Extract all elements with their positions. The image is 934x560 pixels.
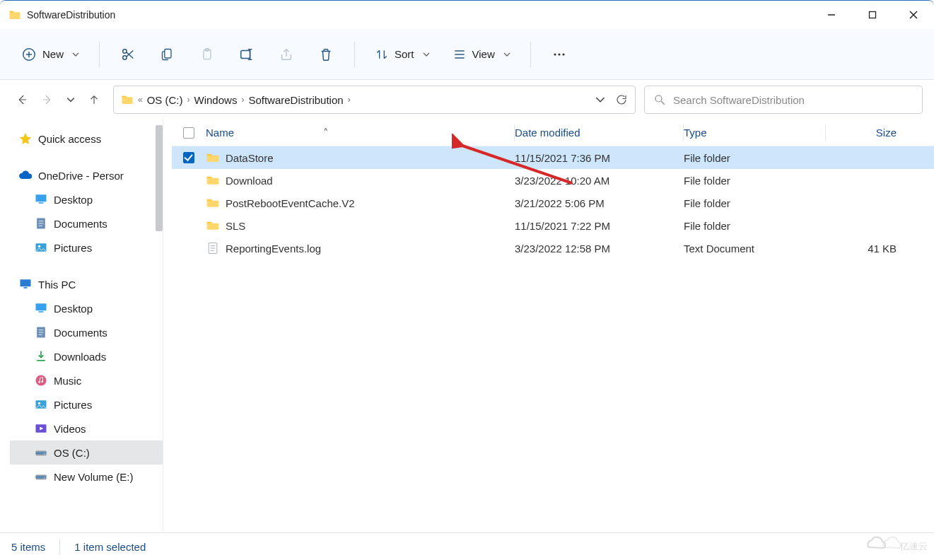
scrollbar-thumb[interactable] [156, 125, 163, 231]
watermark: 亿速云 [866, 535, 930, 556]
breadcrumb-item[interactable]: Windows [194, 94, 238, 106]
svg-line-27 [661, 101, 665, 105]
sidebar-item-downloads[interactable]: Downloads [10, 344, 163, 368]
sidebar-scrollbar[interactable] [153, 122, 163, 535]
maximize-button[interactable] [852, 1, 893, 29]
file-name: SLS [226, 220, 245, 232]
column-header-date[interactable]: Date modified [515, 127, 683, 139]
file-type: File folder [684, 197, 825, 209]
file-date: 3/23/2022 12:58 PM [515, 243, 683, 255]
more-button[interactable] [544, 39, 575, 70]
delete-button[interactable] [310, 39, 342, 70]
window-controls [811, 1, 934, 29]
list-icon [453, 47, 467, 62]
svg-rect-1 [870, 12, 876, 18]
table-row[interactable]: Download3/23/2022 10:20 AMFile folder [172, 169, 934, 192]
svg-point-56 [44, 477, 45, 479]
copy-button[interactable] [152, 39, 183, 70]
up-button[interactable] [88, 93, 100, 106]
row-checkbox[interactable] [183, 152, 194, 163]
minimize-button[interactable] [811, 1, 852, 29]
chevron-down-icon [72, 51, 79, 58]
new-label: New [42, 48, 64, 60]
share-button[interactable] [271, 39, 302, 70]
svg-point-46 [38, 381, 40, 383]
breadcrumb-item[interactable]: SoftwareDistribution [248, 94, 343, 106]
search-input[interactable] [673, 94, 913, 106]
rename-button[interactable] [231, 39, 262, 70]
recent-locations-button[interactable] [66, 93, 75, 106]
address-bar[interactable]: « OS (C:) › Windows › SoftwareDistributi… [113, 86, 636, 114]
trash-icon [318, 47, 334, 62]
svg-rect-28 [36, 194, 47, 202]
sidebar-item-desktop[interactable]: Desktop [10, 187, 163, 211]
search-box[interactable] [644, 86, 923, 114]
sidebar-item-label: Documents [54, 327, 107, 339]
folder-icon [121, 93, 134, 106]
toolbar: New [0, 29, 934, 80]
status-selected-count: 1 item selected [74, 541, 146, 553]
svg-point-53 [44, 453, 45, 455]
close-button[interactable] [893, 1, 934, 29]
table-row[interactable]: DataStore11/15/2021 7:36 PMFile folder [172, 146, 934, 169]
address-dropdown-button[interactable] [595, 95, 605, 105]
sidebar-item-music[interactable]: Music [10, 368, 163, 392]
sidebar-item-desktop[interactable]: Desktop [10, 296, 163, 320]
sidebar-item-label: Pictures [54, 242, 92, 254]
toolbar-separator [530, 42, 531, 67]
sidebar-item-new-volume-e-[interactable]: New Volume (E:) [10, 465, 163, 489]
chevron-right-icon: › [187, 95, 190, 105]
sidebar-item-onedrive[interactable]: OneDrive - Persor [10, 163, 163, 187]
sidebar-item-pictures[interactable]: Pictures [10, 392, 163, 416]
chevron-right-icon: › [241, 95, 244, 105]
svg-rect-14 [241, 50, 250, 58]
breadcrumb-item[interactable]: OS (C:) [147, 94, 183, 106]
svg-text:亿速云: 亿速云 [899, 541, 928, 552]
sidebar-item-documents[interactable]: Documents [10, 211, 163, 235]
new-button[interactable]: New [14, 39, 86, 70]
nav-row: « OS (C:) › Windows › SoftwareDistributi… [0, 80, 934, 119]
more-icon [551, 46, 568, 63]
column-header-size[interactable]: Size [826, 127, 911, 139]
file-list: Name ˄ Date modified Type Size DataStore… [163, 119, 934, 532]
sidebar-item-pictures[interactable]: Pictures [10, 235, 163, 259]
table-row[interactable]: ReportingEvents.log3/23/2022 12:58 PMTex… [172, 237, 934, 259]
svg-point-26 [655, 95, 662, 102]
titlebar: SoftwareDistribution [0, 1, 934, 29]
window-title: SoftwareDistribution [27, 9, 115, 21]
sidebar-item-label: Downloads [54, 351, 106, 363]
sidebar-item-this-pc[interactable]: This PC [10, 272, 163, 296]
refresh-button[interactable] [615, 93, 628, 106]
chevron-down-icon [503, 51, 510, 58]
table-row[interactable]: SLS11/15/2021 7:22 PMFile folder [172, 214, 934, 237]
sidebar-item-documents[interactable]: Documents [10, 320, 163, 344]
file-date: 11/15/2021 7:22 PM [515, 220, 683, 232]
column-header-name[interactable]: Name ˄ [206, 127, 514, 139]
sidebar-item-quick-access[interactable]: Quick access [10, 127, 163, 151]
select-all-checkbox[interactable] [183, 127, 194, 139]
star-icon [18, 132, 33, 146]
back-button[interactable] [16, 93, 28, 106]
forward-button[interactable] [41, 93, 54, 106]
cut-button[interactable] [112, 39, 144, 70]
share-icon [279, 47, 294, 62]
sidebar-item-label: Documents [54, 218, 107, 230]
clipboard-icon [200, 47, 214, 62]
sort-button[interactable]: Sort [368, 39, 437, 70]
file-type: File folder [684, 152, 825, 164]
sidebar-item-os-c-[interactable]: OS (C:) [10, 441, 163, 465]
column-header-type[interactable]: Type [684, 127, 825, 139]
sidebar-item-videos[interactable]: Videos [10, 416, 163, 441]
nav-arrows [11, 93, 105, 106]
chevron-right-icon: › [348, 95, 351, 105]
svg-point-45 [36, 375, 47, 386]
table-row[interactable]: PostRebootEventCache.V23/21/2022 5:06 PM… [172, 192, 934, 214]
file-size: 41 KB [826, 243, 911, 255]
paste-button[interactable] [192, 39, 223, 70]
plus-circle-icon [21, 47, 37, 62]
sidebar-item-label: OS (C:) [54, 447, 90, 459]
view-button[interactable]: View [445, 39, 518, 70]
svg-rect-36 [21, 279, 31, 286]
sidebar-item-label: Videos [54, 423, 86, 435]
rename-icon [239, 47, 255, 62]
